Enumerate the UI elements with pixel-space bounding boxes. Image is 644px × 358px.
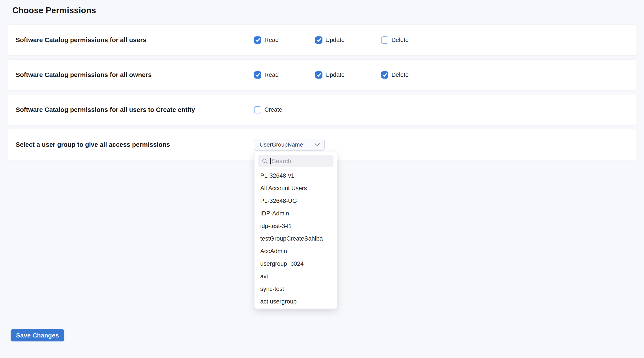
dropdown-option[interactable]: usergroup_p024 (258, 258, 334, 270)
update-checkbox[interactable] (315, 71, 322, 79)
user-group-card: Select a user group to give all access p… (7, 129, 637, 160)
checkbox-item-read[interactable]: Read (254, 37, 279, 44)
checkbox-item-delete[interactable]: Delete (381, 71, 409, 79)
dropdown-option[interactable]: act usergroup (258, 295, 334, 308)
checkbox-label: Update (326, 37, 345, 44)
check-icon (256, 73, 260, 77)
create-checkbox[interactable] (254, 106, 261, 113)
dropdown-panel: PL-32648-v1 All Account Users PL-32648-U… (254, 152, 337, 309)
text-cursor (270, 158, 271, 164)
checkbox-label: Create (264, 106, 282, 113)
delete-checkbox[interactable] (381, 37, 388, 44)
dropdown-option[interactable]: All Account Users (258, 182, 334, 195)
dropdown-option[interactable]: sync-test (258, 283, 334, 295)
permission-card-label: Software Catalog permissions for all use… (16, 106, 254, 113)
permission-card-all-users: Software Catalog permissions for all use… (7, 25, 637, 55)
dropdown-options-list: PL-32648-v1 All Account Users PL-32648-U… (258, 170, 334, 308)
search-input[interactable] (272, 155, 351, 167)
user-group-dropdown: UserGroupName PL-32648-v1 All Account Us… (254, 139, 325, 151)
permission-card-all-owners: Software Catalog permissions for all own… (7, 59, 637, 90)
checkbox-label: Delete (392, 72, 409, 78)
dropdown-option[interactable]: AccAdmin (258, 245, 334, 258)
permission-card-create-entity: Software Catalog permissions for all use… (7, 94, 637, 125)
checkbox-item-read[interactable]: Read (254, 71, 279, 79)
dropdown-option[interactable]: PL-32648-v1 (258, 170, 334, 182)
checkbox-item-delete[interactable]: Delete (381, 37, 409, 44)
permission-card-label: Software Catalog permissions for all use… (16, 37, 254, 44)
user-group-select-button[interactable]: UserGroupName (254, 139, 325, 151)
dropdown-option[interactable]: PL-32648-UG (258, 195, 334, 207)
dropdown-selected-value: UserGroupName (260, 141, 303, 148)
permission-card-label: Select a user group to give all access p… (16, 141, 254, 148)
dropdown-option[interactable]: IDP-Admin (258, 207, 334, 220)
checkbox-label: Read (264, 72, 279, 78)
dropdown-option[interactable]: idp-test-3-l1 (258, 220, 334, 232)
dropdown-option[interactable]: avi (258, 270, 334, 283)
checkbox-item-update[interactable]: Update (315, 71, 345, 79)
update-checkbox[interactable] (315, 37, 322, 44)
checkbox-label: Read (264, 37, 279, 44)
read-checkbox[interactable] (254, 37, 261, 44)
check-icon (382, 73, 387, 77)
search-box (258, 155, 334, 167)
checkbox-label: Delete (392, 37, 409, 44)
checkbox-item-create[interactable]: Create (254, 106, 282, 113)
check-icon (256, 38, 260, 42)
permissions-page: Choose Permissions Software Catalog perm… (0, 0, 644, 358)
read-checkbox[interactable] (254, 71, 261, 79)
delete-checkbox[interactable] (381, 71, 388, 79)
chevron-down-icon (314, 143, 320, 146)
check-icon (316, 73, 321, 77)
checkbox-item-update[interactable]: Update (315, 37, 345, 44)
check-icon (316, 38, 321, 42)
save-changes-button[interactable]: Save Changes (10, 329, 64, 341)
permission-checkbox-group: Read Update Delete (254, 71, 409, 79)
checkbox-label: Update (326, 72, 345, 78)
permission-card-label: Software Catalog permissions for all own… (16, 71, 254, 79)
page-title: Choose Permissions (12, 6, 637, 15)
dropdown-option[interactable]: testGroupCreateSahiba (258, 232, 334, 245)
permission-checkbox-group: Create (254, 106, 282, 113)
search-icon (262, 158, 268, 164)
permission-checkbox-group: Read Update Delete (254, 37, 409, 44)
